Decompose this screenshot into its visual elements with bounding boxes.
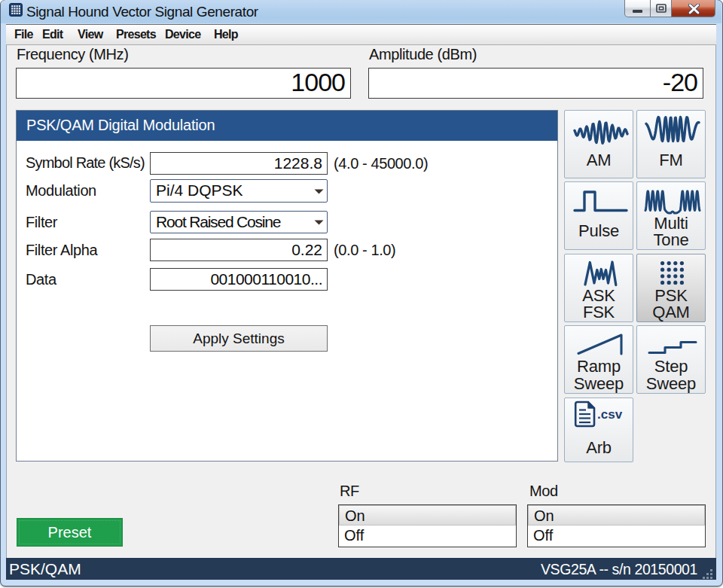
svg-text:.csv: .csv xyxy=(597,407,623,422)
